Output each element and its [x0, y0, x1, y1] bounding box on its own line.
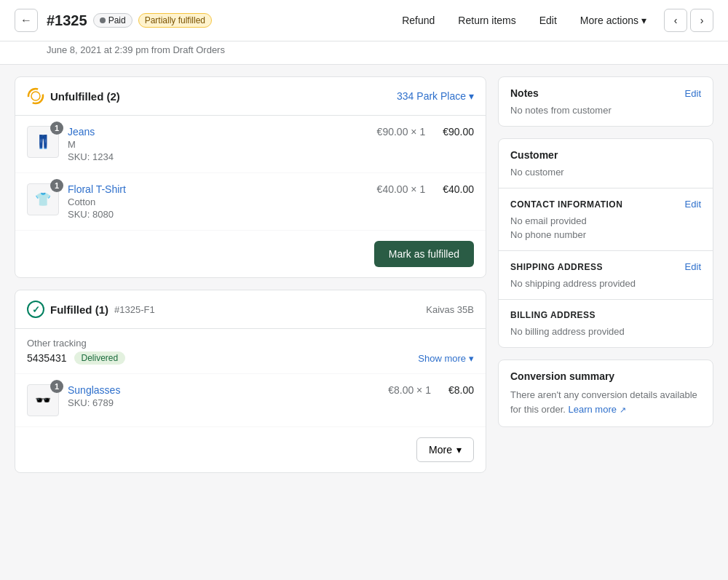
item-thumbnail: 👕 1 [27, 183, 59, 215]
fulfillment-id: #1325-F1 [114, 304, 155, 315]
item-details: Floral T-Shirt Cotton SKU: 8080 [68, 183, 368, 220]
edit-order-button[interactable]: Edit [534, 10, 563, 31]
chevron-down-icon: ▾ [641, 15, 646, 26]
shipping-header: SHIPPING ADDRESS Edit [510, 261, 701, 272]
more-button[interactable]: More ▾ [416, 437, 474, 462]
show-more-link[interactable]: Show more ▾ [418, 353, 474, 364]
item-details: Sunglasses SKU: 6789 [68, 384, 379, 408]
conversion-header: Conversion summary [510, 370, 701, 382]
paid-badge: Paid [93, 13, 132, 28]
line-item: 👕 1 Floral T-Shirt Cotton SKU: 8080 €40.… [15, 173, 486, 231]
item-variant: M [68, 139, 368, 150]
line-item: 🕶️ 1 Sunglasses SKU: 6789 €8.00 × 1 €8.0… [15, 374, 486, 427]
item-name-link[interactable]: Jeans [68, 126, 95, 138]
prev-order-button[interactable]: ‹ [664, 9, 687, 32]
svg-point-0 [28, 89, 43, 103]
tracking-number: 5435431 [27, 352, 67, 364]
unfulfilled-title: Unfulfilled (2) [27, 87, 120, 105]
notes-header: Notes Edit [510, 87, 701, 99]
item-thumbnail: 🕶️ 1 [27, 384, 59, 416]
item-unit-price: €8.00 × 1 [388, 384, 431, 396]
order-number: #1325 [47, 12, 87, 29]
billing-header: BILLING ADDRESS [510, 310, 701, 320]
refund-button[interactable]: Refund [396, 10, 440, 31]
shipping-edit-link[interactable]: Edit [685, 261, 701, 272]
unfulfilled-card: Unfulfilled (2) 334 Park Place ▾ 👖 1 Jea… [15, 76, 486, 278]
conversion-text: There aren't any conversion details avai… [510, 388, 701, 416]
shipping-empty: No shipping address provided [510, 278, 701, 289]
customer-section: Customer No customer [499, 139, 713, 188]
notes-empty: No notes from customer [510, 105, 701, 116]
notes-edit-link[interactable]: Edit [685, 88, 701, 99]
tracking-section: Other tracking 5435431 Delivered Show mo… [15, 329, 486, 374]
learn-more-link[interactable]: Learn more ↗ [569, 404, 626, 415]
conversion-section: Conversion summary There aren't any conv… [499, 360, 713, 426]
back-button[interactable]: ← [15, 9, 38, 32]
item-total: €8.00 [448, 384, 474, 396]
item-unit-price: €40.00 × 1 [377, 183, 426, 195]
return-items-button[interactable]: Return items [452, 10, 521, 31]
customer-card: Customer No customer CONTACT INFORMATION… [498, 138, 713, 348]
item-details: Jeans M SKU: 1234 [68, 126, 368, 162]
item-pricing: €90.00 × 1 €90.00 [377, 126, 474, 138]
conversion-title: Conversion summary [510, 370, 614, 382]
unfulfilled-icon [27, 87, 44, 105]
contact-section: CONTACT INFORMATION Edit No email provid… [499, 188, 713, 250]
line-item: 👖 1 Jeans M SKU: 1234 €90.00 × 1 €90.00 [15, 116, 486, 173]
unfulfilled-header: Unfulfilled (2) 334 Park Place ▾ [15, 77, 486, 116]
tracking-label: Other tracking [27, 338, 474, 349]
delivered-badge: Delivered [74, 351, 126, 365]
billing-title: BILLING ADDRESS [510, 310, 596, 320]
fulfilled-label: Fulfilled (1) [50, 303, 108, 316]
fulfilled-title: ✓ Fulfilled (1) #1325-F1 [27, 301, 155, 318]
contact-title: CONTACT INFORMATION [510, 199, 622, 210]
page-header: ← #1325 Paid Partially fulfilled Refund … [0, 0, 728, 41]
contact-email: No email provided [510, 215, 701, 226]
unfulfilled-label: Unfulfilled (2) [50, 90, 120, 103]
item-unit-price: €90.00 × 1 [377, 126, 426, 138]
order-subheader: June 8, 2021 at 2:39 pm from Draft Order… [0, 41, 728, 65]
item-variant: Cotton [68, 196, 368, 207]
shipping-title: SHIPPING ADDRESS [510, 262, 603, 272]
item-sku: SKU: 1234 [68, 151, 368, 162]
fulfilled-icon: ✓ [27, 301, 44, 318]
chevron-down-icon: ▾ [456, 444, 462, 456]
chevron-down-icon: ▾ [469, 90, 474, 102]
item-total: €40.00 [443, 183, 474, 195]
fulfilled-location: Kaivas 35B [426, 304, 474, 315]
next-order-button[interactable]: › [690, 9, 713, 32]
main-column: Unfulfilled (2) 334 Park Place ▾ 👖 1 Jea… [15, 76, 486, 473]
chevron-down-icon: ▾ [469, 353, 474, 364]
contact-edit-link[interactable]: Edit [685, 199, 701, 210]
item-quantity-badge: 1 [50, 122, 63, 135]
paid-dot [100, 17, 106, 23]
conversion-card: Conversion summary There aren't any conv… [498, 359, 713, 427]
item-pricing: €40.00 × 1 €40.00 [377, 183, 474, 195]
partial-badge: Partially fulfilled [138, 13, 212, 28]
item-pricing: €8.00 × 1 €8.00 [388, 384, 474, 396]
unfulfilled-location[interactable]: 334 Park Place ▾ [397, 90, 474, 102]
more-actions-button[interactable]: More actions ▾ [574, 10, 652, 31]
item-quantity-badge: 1 [50, 380, 63, 393]
item-name-link[interactable]: Floral T-Shirt [68, 183, 126, 195]
contact-phone: No phone number [510, 229, 701, 240]
customer-header: Customer [510, 149, 701, 161]
notes-card: Notes Edit No notes from customer [498, 76, 713, 127]
nav-arrows: ‹ › [664, 9, 713, 32]
item-sku: SKU: 6789 [68, 397, 379, 408]
fulfill-action-area: Mark as fulfilled [15, 231, 486, 277]
item-sku: SKU: 8080 [68, 209, 368, 220]
item-thumbnail: 👖 1 [27, 126, 59, 158]
svg-point-1 [31, 92, 40, 100]
notes-section: Notes Edit No notes from customer [499, 77, 713, 126]
side-column: Notes Edit No notes from customer Custom… [498, 76, 713, 473]
billing-section: BILLING ADDRESS No billing address provi… [499, 299, 713, 347]
mark-fulfilled-button[interactable]: Mark as fulfilled [374, 241, 474, 267]
tracking-row: 5435431 Delivered Show more ▾ [27, 351, 474, 365]
customer-title: Customer [510, 149, 558, 161]
item-name-link[interactable]: Sunglasses [68, 384, 120, 396]
item-quantity-badge: 1 [50, 179, 63, 192]
contact-header: CONTACT INFORMATION Edit [510, 199, 701, 210]
header-actions: Refund Return items Edit More actions ▾ … [396, 9, 713, 32]
billing-empty: No billing address provided [510, 326, 701, 337]
